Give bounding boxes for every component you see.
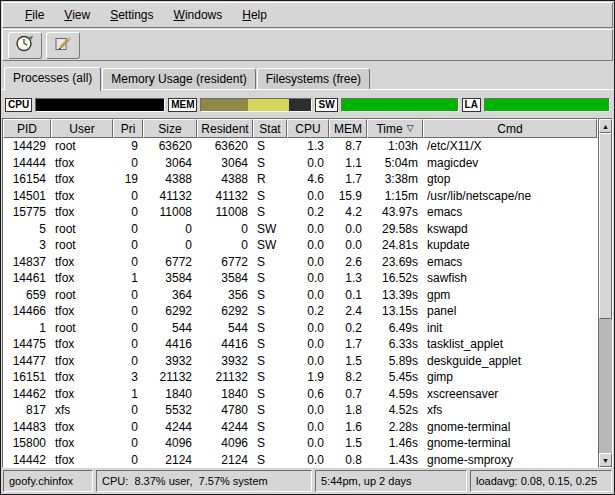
- menu-item-settings[interactable]: Settings: [100, 5, 163, 25]
- scrollbar-trough[interactable]: [599, 133, 612, 453]
- tab-filesystems-free[interactable]: Filesystems (free): [257, 68, 370, 89]
- column-header-cmd[interactable]: Cmd: [423, 119, 597, 138]
- cell-time: 1:03h: [367, 139, 423, 153]
- clock-toolbar-button[interactable]: [8, 32, 42, 59]
- scrollbar-thumb[interactable]: [599, 133, 612, 319]
- la-bar-label: LA: [462, 98, 481, 112]
- cell-cmd: xscreensaver: [423, 387, 597, 401]
- column-header-stat[interactable]: Stat: [253, 119, 287, 138]
- cell-size: 5532: [143, 403, 197, 417]
- column-header-time[interactable]: Time▽: [367, 119, 423, 138]
- column-header-pid[interactable]: PID: [3, 119, 51, 138]
- table-row[interactable]: 14477tfox039323932S0.01.55.89sdeskguide_…: [3, 353, 597, 370]
- cell-cmd: gimp: [423, 370, 597, 384]
- menu-item-view[interactable]: View: [54, 5, 100, 25]
- menu-item-file[interactable]: File: [15, 5, 54, 25]
- cell-time: 5.45s: [367, 370, 423, 384]
- table-row[interactable]: 14462tfox118401840S0.60.74.59sxscreensav…: [3, 386, 597, 403]
- process-table: PIDUserPriSizeResidentStatCPUMEMTime▽Cmd…: [2, 118, 598, 468]
- cell-pid: 16151: [3, 370, 51, 384]
- tab-processes-all[interactable]: Processes (all): [4, 67, 101, 91]
- cell-mem: 1.5: [329, 354, 367, 368]
- cell-resident: 4244: [197, 420, 253, 434]
- table-row[interactable]: 3root000SW0.00.024.81skupdate: [3, 237, 597, 254]
- cell-pri: 0: [113, 403, 143, 417]
- table-row[interactable]: 14501tfox04113241132S0.015.91:15m/usr/li…: [3, 188, 597, 205]
- cell-mem: 1.7: [329, 337, 367, 351]
- tab-memory-usage-resident[interactable]: Memory Usage (resident): [102, 68, 255, 89]
- table-row[interactable]: 15800tfox040964096S0.01.51.46sgnome-term…: [3, 435, 597, 452]
- table-row[interactable]: 14461tfox135843584S0.01.316.52ssawfish: [3, 270, 597, 287]
- cell-pid: 14429: [3, 139, 51, 153]
- cell-time: 43.97s: [367, 205, 423, 219]
- scroll-up-button[interactable]: ▲: [599, 119, 612, 133]
- cell-pri: 0: [113, 436, 143, 450]
- cell-time: 1.46s: [367, 436, 423, 450]
- cell-pid: 14444: [3, 156, 51, 170]
- table-row[interactable]: 16154tfox1943884388R4.61.73:38mgtop: [3, 171, 597, 188]
- table-row[interactable]: 14837tfox067726772S0.02.623.69semacs: [3, 254, 597, 271]
- table-row[interactable]: 817xfs055324780S0.01.84.52sxfs: [3, 402, 597, 419]
- column-header-pri[interactable]: Pri: [113, 119, 143, 138]
- table-row[interactable]: 5root000SW0.00.029.58skswapd: [3, 221, 597, 238]
- cell-cpu: 0.0: [287, 453, 329, 467]
- table-row[interactable]: 14466tfox062926292S0.22.413.15spanel: [3, 303, 597, 320]
- table-row[interactable]: 1root0544544S0.00.26.49sinit: [3, 320, 597, 337]
- column-header-mem[interactable]: MEM: [329, 119, 367, 138]
- column-header-size[interactable]: Size: [143, 119, 197, 138]
- table-row[interactable]: 14475tfox044164416S0.01.76.33stasklist_a…: [3, 336, 597, 353]
- table-row[interactable]: 14442tfox021242124S0.00.81.43sgnome-smpr…: [3, 452, 597, 468]
- cell-cmd: kswapd: [423, 222, 597, 236]
- column-header-user[interactable]: User: [51, 119, 113, 138]
- cell-pri: 0: [113, 337, 143, 351]
- table-row[interactable]: 659root0364356S0.00.113.39sgpm: [3, 287, 597, 304]
- scroll-down-button[interactable]: ▼: [599, 453, 612, 467]
- cell-cmd: tasklist_applet: [423, 337, 597, 351]
- cell-cmd: /usr/lib/netscape/ne: [423, 189, 597, 203]
- cell-time: 13.15s: [367, 304, 423, 318]
- cell-pid: 14442: [3, 453, 51, 467]
- menu-item-help[interactable]: Help: [232, 5, 277, 25]
- cell-resident: 63620: [197, 139, 253, 153]
- edit-toolbar-button[interactable]: [46, 32, 80, 59]
- cell-stat: S: [253, 354, 287, 368]
- cell-cpu: 0.0: [287, 354, 329, 368]
- cell-size: 4388: [143, 172, 197, 186]
- cell-size: 544: [143, 321, 197, 335]
- cell-stat: S: [253, 288, 287, 302]
- cpu-bar-label: CPU: [5, 98, 32, 112]
- column-label: PID: [17, 122, 37, 136]
- cell-mem: 2.4: [329, 304, 367, 318]
- column-label: Cmd: [497, 122, 522, 136]
- column-header-resident[interactable]: Resident: [197, 119, 253, 138]
- table-row[interactable]: 14444tfox030643064S0.01.15:04mmagicdev: [3, 155, 597, 172]
- table-row[interactable]: 14429root96362063620S1.38.71:03h/etc/X11…: [3, 138, 597, 155]
- table-row[interactable]: 16151tfox32113221132S1.98.25.45sgimp: [3, 369, 597, 386]
- cell-size: 3584: [143, 271, 197, 285]
- cell-cpu: 1.3: [287, 139, 329, 153]
- cell-pid: 14483: [3, 420, 51, 434]
- cell-stat: S: [253, 453, 287, 467]
- menu-item-windows[interactable]: Windows: [164, 5, 233, 25]
- cell-pri: 1: [113, 387, 143, 401]
- table-row[interactable]: 15775tfox01100811008S0.24.243.97semacs: [3, 204, 597, 221]
- cell-cpu: 0.0: [287, 288, 329, 302]
- sw-bar-label: SW: [315, 98, 337, 112]
- cell-user: tfox: [51, 337, 113, 351]
- cell-cmd: gpm: [423, 288, 597, 302]
- cell-pri: 0: [113, 189, 143, 203]
- cell-cpu: 0.0: [287, 271, 329, 285]
- cell-resident: 4780: [197, 403, 253, 417]
- table-header: PIDUserPriSizeResidentStatCPUMEMTime▽Cmd: [3, 119, 597, 138]
- column-header-cpu[interactable]: CPU: [287, 119, 329, 138]
- table-row[interactable]: 14483tfox042444244S0.01.62.28sgnome-term…: [3, 419, 597, 436]
- cell-cpu: 0.6: [287, 387, 329, 401]
- cell-pid: 14477: [3, 354, 51, 368]
- cell-time: 3:38m: [367, 172, 423, 186]
- cell-stat: SW: [253, 238, 287, 252]
- vertical-scrollbar[interactable]: ▲ ▼: [598, 118, 613, 468]
- mem-bar-label: MEM: [168, 98, 197, 112]
- cell-size: 4244: [143, 420, 197, 434]
- cell-stat: S: [253, 189, 287, 203]
- bar-segment: [485, 99, 609, 111]
